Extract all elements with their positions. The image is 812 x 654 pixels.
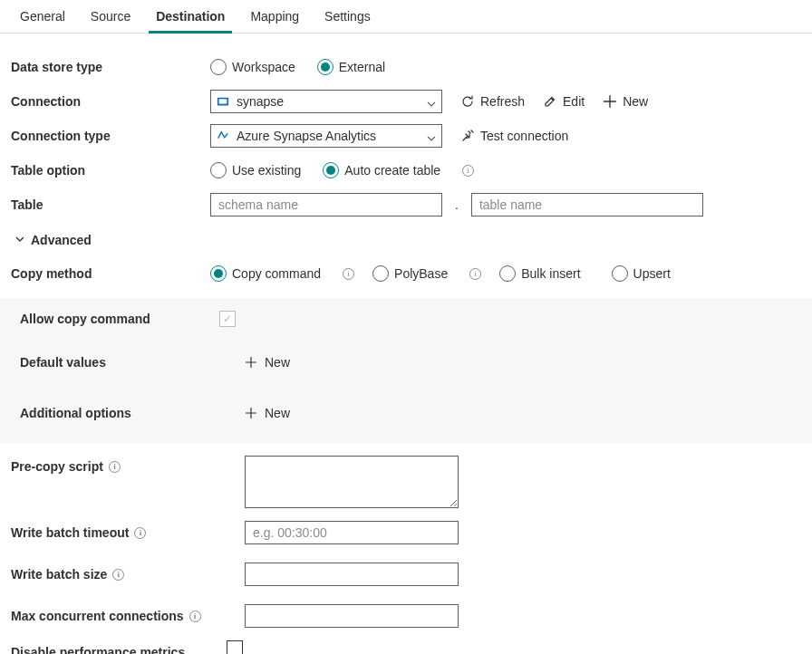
label-write-batch-size-text: Write batch size: [11, 567, 107, 582]
test-connection-label: Test connection: [480, 129, 568, 143]
info-icon[interactable]: [469, 268, 481, 280]
pre-copy-script-input[interactable]: [245, 456, 459, 508]
label-copy-method: Copy method: [11, 266, 210, 281]
plus-icon: [603, 94, 617, 109]
radio-auto-create[interactable]: Auto create table: [323, 162, 440, 178]
svg-rect-1: [219, 99, 227, 103]
radio-circle-icon: [612, 265, 628, 282]
label-disable-metrics-text: Disable performance metrics analytics: [11, 644, 192, 654]
radio-use-existing-label: Use existing: [232, 163, 301, 178]
radio-circle-icon: [210, 265, 227, 282]
schema-name-input[interactable]: [210, 193, 442, 216]
radio-circle-icon: [372, 265, 389, 282]
radio-external-label: External: [339, 60, 385, 74]
connection-select[interactable]: synapse: [210, 90, 442, 113]
additional-options-new-button[interactable]: New: [243, 402, 292, 424]
edit-button[interactable]: Edit: [543, 94, 585, 109]
radio-upsert-label: Upsert: [633, 266, 671, 281]
radio-polybase[interactable]: PolyBase: [372, 265, 448, 282]
chevron-down-icon: [427, 97, 436, 106]
new-label: New: [265, 406, 290, 420]
label-allow-copy-command: Allow copy command: [11, 312, 219, 326]
label-disable-metrics: Disable performance metrics analytics: [11, 640, 192, 654]
destination-form: Data store type Workspace External Conne…: [0, 34, 812, 654]
refresh-button[interactable]: Refresh: [460, 94, 525, 109]
new-connection-button[interactable]: New: [603, 94, 648, 109]
tab-destination[interactable]: Destination: [143, 0, 237, 33]
radio-bulk-insert-label: Bulk insert: [521, 266, 580, 281]
info-icon[interactable]: [112, 569, 124, 581]
pencil-icon: [543, 94, 557, 109]
radio-upsert[interactable]: Upsert: [612, 265, 671, 282]
info-icon[interactable]: [189, 611, 201, 622]
radio-circle-icon: [210, 162, 227, 178]
new-connection-label: New: [623, 94, 648, 109]
chevron-down-icon: [14, 233, 25, 247]
label-max-concurrent-text: Max concurrent connections: [11, 609, 184, 623]
allow-copy-command-checkbox[interactable]: [219, 311, 236, 327]
table-name-input[interactable]: [471, 193, 703, 216]
new-label: New: [265, 355, 290, 370]
label-pre-copy-script-text: Pre-copy script: [11, 459, 103, 474]
radio-copy-command[interactable]: Copy command: [210, 265, 321, 282]
copy-command-panel: Allow copy command Default values New Ad…: [0, 298, 812, 443]
disable-metrics-checkbox[interactable]: [227, 640, 243, 654]
label-connection-type: Connection type: [11, 129, 210, 143]
write-batch-size-input[interactable]: [245, 563, 459, 586]
radio-use-existing[interactable]: Use existing: [210, 162, 301, 178]
tab-general[interactable]: General: [7, 0, 78, 33]
radio-circle-icon: [323, 162, 339, 178]
radio-external[interactable]: External: [317, 59, 385, 75]
plus-icon: [245, 356, 257, 369]
test-connection-button[interactable]: Test connection: [460, 129, 568, 143]
info-icon[interactable]: [134, 527, 146, 539]
radio-circle-icon: [210, 59, 227, 75]
label-table: Table: [11, 197, 210, 212]
radio-auto-create-label: Auto create table: [344, 163, 440, 178]
default-values-new-button[interactable]: New: [243, 351, 292, 373]
radio-circle-icon: [317, 59, 334, 75]
info-icon[interactable]: [462, 165, 474, 177]
chevron-down-icon: [427, 131, 436, 140]
label-additional-options: Additional options: [11, 406, 219, 420]
label-default-values: Default values: [11, 355, 219, 370]
info-icon[interactable]: [343, 268, 354, 280]
synapse-service-icon: [217, 95, 229, 108]
label-table-option: Table option: [11, 163, 210, 178]
label-connection: Connection: [11, 94, 210, 109]
radio-circle-icon: [499, 265, 516, 282]
tab-source[interactable]: Source: [78, 0, 143, 33]
tabs: General Source Destination Mapping Setti…: [0, 0, 812, 34]
azure-synapse-icon: [217, 130, 229, 142]
radio-workspace[interactable]: Workspace: [210, 59, 295, 75]
radio-polybase-label: PolyBase: [394, 266, 448, 281]
table-separator: .: [451, 197, 462, 212]
tab-mapping[interactable]: Mapping: [237, 0, 312, 33]
label-max-concurrent: Max concurrent connections: [11, 609, 210, 623]
plug-icon: [460, 129, 475, 143]
plus-icon: [245, 407, 257, 419]
tab-settings[interactable]: Settings: [312, 0, 383, 33]
radio-workspace-label: Workspace: [232, 60, 295, 74]
write-batch-timeout-input[interactable]: [245, 521, 459, 544]
label-pre-copy-script: Pre-copy script: [11, 456, 210, 474]
label-write-batch-timeout: Write batch timeout: [11, 525, 210, 540]
refresh-icon: [460, 94, 475, 109]
label-write-batch-timeout-text: Write batch timeout: [11, 525, 129, 540]
refresh-label: Refresh: [480, 94, 525, 109]
connection-type-value: Azure Synapse Analytics: [237, 129, 376, 143]
advanced-label: Advanced: [31, 233, 92, 247]
advanced-toggle[interactable]: Advanced: [14, 233, 92, 247]
info-icon[interactable]: [109, 461, 121, 473]
radio-copy-command-label: Copy command: [232, 266, 321, 281]
radio-bulk-insert[interactable]: Bulk insert: [499, 265, 580, 282]
label-write-batch-size: Write batch size: [11, 567, 210, 582]
max-concurrent-input[interactable]: [245, 604, 459, 628]
connection-value: synapse: [237, 94, 284, 109]
label-data-store-type: Data store type: [11, 60, 210, 74]
edit-label: Edit: [563, 94, 585, 109]
connection-type-select[interactable]: Azure Synapse Analytics: [210, 124, 442, 148]
